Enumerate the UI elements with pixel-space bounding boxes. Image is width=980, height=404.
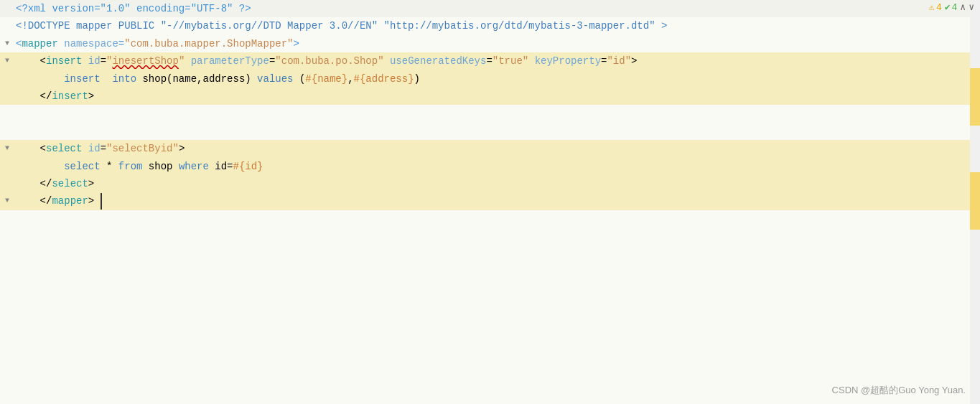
fold-icon-3[interactable]: ▼ [5, 38, 9, 50]
check-icon: ✔ [945, 1, 951, 13]
code-line-12: ▼ </mapper> [0, 192, 980, 210]
insert-sql: insert into shop(name,address) values (#… [16, 73, 420, 85]
line-content-11[interactable]: </select> [14, 175, 980, 192]
line-content-1[interactable]: <?xml version="1.0" encoding="UTF-8" ?> [14, 0, 980, 17]
scrollbar-marker-select [970, 172, 980, 230]
arrow-up-button[interactable]: ∧ [960, 1, 966, 13]
gutter-1 [0, 0, 14, 17]
editor-container: ⚠ 4 ✔ 4 ∧ ∨ <?xml version="1.0" encoding… [0, 0, 980, 404]
fold-icon-9[interactable]: ▼ [5, 143, 9, 154]
insert-tag: <insert id="inesertShop" parameterType="… [16, 55, 637, 67]
text-cursor [94, 193, 101, 209]
line-content-10[interactable]: select * from shop where id=#{id} [14, 158, 980, 175]
gutter-9: ▼ [0, 140, 14, 157]
line-content-12[interactable]: </mapper> [14, 192, 980, 210]
code-line-8 [0, 123, 980, 140]
warning-icon: ⚠ [929, 1, 935, 13]
code-line-4: ▼ <insert id="inesertShop" parameterType… [0, 52, 980, 70]
watermark: CSDN @超酷的Guo Yong Yuan. [832, 384, 966, 397]
line-content-5[interactable]: insert into shop(name,address) values (#… [14, 70, 980, 88]
top-bar: ⚠ 4 ✔ 4 ∧ ∨ [923, 0, 980, 14]
line-content-8 [14, 123, 980, 140]
scrollbar-right[interactable] [970, 0, 980, 404]
gutter-12: ▼ [0, 192, 14, 210]
select-tag: <select id="selectByid"> [16, 143, 185, 154]
line-content-7 [14, 105, 980, 122]
check-count: 4 [952, 2, 958, 13]
gutter-3: ▼ [0, 35, 14, 52]
arrow-down-button[interactable]: ∨ [969, 1, 974, 13]
fold-icon-12[interactable]: ▼ [5, 195, 9, 207]
gutter-5 [0, 70, 14, 88]
gutter-4: ▼ [0, 52, 14, 70]
line-content-6[interactable]: </insert> [14, 88, 980, 105]
code-line-6: </insert> [0, 88, 980, 105]
check-badge: ✔ 4 [945, 1, 958, 13]
line-content-4[interactable]: <insert id="inesertShop" parameterType="… [14, 52, 980, 70]
gutter-11 [0, 175, 14, 192]
mapper-open: <mapper namespace="com.buba.mapper.ShopM… [16, 38, 299, 50]
insert-close: </insert> [16, 90, 94, 102]
line-content-2[interactable]: <!DOCTYPE mapper PUBLIC "-//mybatis.org/… [14, 17, 980, 34]
code-line-9: ▼ <select id="selectByid"> [0, 140, 980, 157]
gutter-2 [0, 17, 14, 34]
select-sql: select * from shop where id=#{id} [16, 161, 263, 172]
code-line-2: <!DOCTYPE mapper PUBLIC "-//mybatis.org/… [0, 17, 980, 34]
gutter-8 [0, 123, 14, 140]
code-line-5: insert into shop(name,address) values (#… [0, 70, 980, 88]
code-line-11: </select> [0, 175, 980, 192]
gutter-6 [0, 88, 14, 105]
line-content-9[interactable]: <select id="selectByid"> [14, 140, 980, 157]
mapper-close: </mapper> [16, 195, 102, 207]
code-line-7 [0, 105, 980, 122]
code-line-1: <?xml version="1.0" encoding="UTF-8" ?> [0, 0, 980, 17]
code-area: <?xml version="1.0" encoding="UTF-8" ?> … [0, 0, 980, 210]
watermark-text: CSDN @超酷的Guo Yong Yuan. [832, 385, 966, 395]
select-close: </select> [16, 178, 94, 189]
xml-doctype: <!DOCTYPE mapper PUBLIC "-//mybatis.org/… [16, 20, 667, 32]
gutter-10 [0, 158, 14, 175]
line-content-3[interactable]: <mapper namespace="com.buba.mapper.ShopM… [14, 35, 980, 52]
gutter-7 [0, 105, 14, 122]
code-line-3: ▼ <mapper namespace="com.buba.mapper.Sho… [0, 35, 980, 52]
scrollbar-marker-insert [970, 68, 980, 126]
code-line-10: select * from shop where id=#{id} [0, 158, 980, 175]
xml-pi: <?xml version="1.0" encoding="UTF-8" ?> [16, 3, 251, 14]
fold-icon-4[interactable]: ▼ [5, 55, 9, 67]
warning-count: 4 [936, 2, 942, 13]
warning-badge: ⚠ 4 [929, 1, 942, 13]
